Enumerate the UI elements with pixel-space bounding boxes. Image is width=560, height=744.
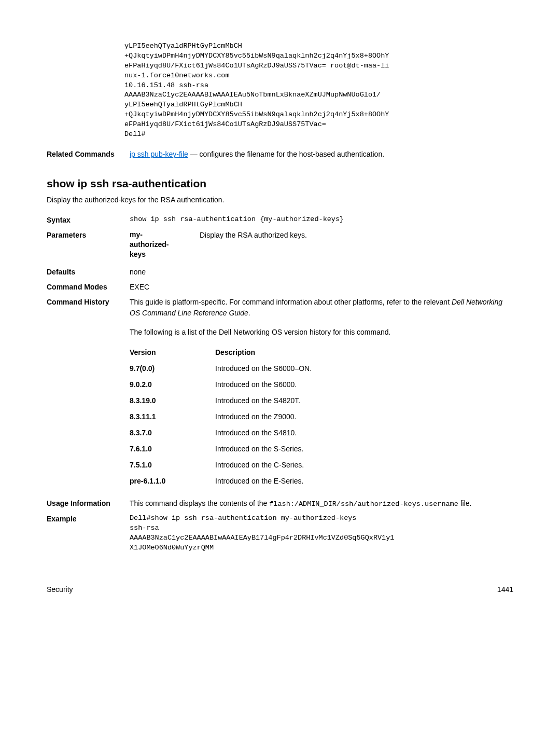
- description-cell: Introduced on the S6000–ON.: [215, 363, 513, 374]
- parameters-label: Parameters: [47, 230, 130, 241]
- table-row: 7.6.1.0 Introduced on the S-Series.: [130, 444, 513, 454]
- example-code: Dell#show ip ssh rsa-authentication my-a…: [130, 514, 513, 553]
- command-modes-label: Command Modes: [47, 282, 130, 293]
- description-cell: Introduced on the C-Series.: [215, 460, 513, 471]
- parameter-description: Display the RSA authorized keys.: [200, 230, 513, 241]
- version-cell: 9.0.2.0: [130, 379, 215, 390]
- table-row: 9.7(0.0) Introduced on the S6000–ON.: [130, 363, 513, 374]
- description-header: Description: [215, 347, 513, 358]
- related-commands-text: — configures the filename for the host-b…: [188, 150, 384, 158]
- version-header: Version: [130, 347, 215, 358]
- description-cell: Introduced on the S6000.: [215, 379, 513, 390]
- footer-page-number: 1441: [497, 584, 513, 595]
- table-row: 7.5.1.0 Introduced on the C-Series.: [130, 460, 513, 471]
- command-intro: Display the authorized-keys for the RSA …: [47, 195, 513, 205]
- description-cell: Introduced on the S4820T.: [215, 395, 513, 406]
- version-cell: 8.3.19.0: [130, 395, 215, 406]
- table-row: pre-6.1.1.0 Introduced on the E-Series.: [130, 476, 513, 487]
- syntax-code: show ip ssh rsa-authentication {my-autho…: [130, 215, 513, 225]
- defaults-label: Defaults: [47, 267, 130, 278]
- description-cell: Introduced on the S-Series.: [215, 444, 513, 454]
- table-row: 8.3.11.1 Introduced on the Z9000.: [130, 411, 513, 422]
- version-cell: 7.5.1.0: [130, 460, 215, 471]
- history-para1-b: .: [248, 309, 250, 317]
- usage-information-label: Usage Information: [47, 498, 130, 509]
- history-para2: The following is a list of the Dell Netw…: [130, 327, 513, 338]
- link-ip-ssh-pub-key-file[interactable]: ip ssh pub-key-file: [130, 150, 188, 158]
- command-history-content: This guide is platform-specific. For com…: [130, 297, 513, 492]
- syntax-label: Syntax: [47, 215, 130, 226]
- description-cell: Introduced on the E-Series.: [215, 476, 513, 487]
- table-row: 9.0.2.0 Introduced on the S6000.: [130, 379, 513, 390]
- version-cell: pre-6.1.1.0: [130, 476, 215, 487]
- related-commands-content: ip ssh pub-key-file — configures the fil…: [130, 149, 513, 160]
- usage-information-content: This command displays the contents of th…: [130, 498, 513, 509]
- description-cell: Introduced on the Z9000.: [215, 411, 513, 422]
- description-cell: Introduced on the S4810.: [215, 428, 513, 438]
- usage-text-a: This command displays the contents of th…: [130, 499, 269, 507]
- example-label: Example: [47, 514, 130, 525]
- related-commands-label: Related Commands: [47, 149, 130, 160]
- command-modes-value: EXEC: [130, 282, 513, 293]
- defaults-value: none: [130, 267, 513, 278]
- version-cell: 7.6.1.0: [130, 444, 215, 454]
- parameter-name: my- authorized- keys: [130, 230, 200, 259]
- version-cell: 8.3.7.0: [130, 428, 215, 438]
- usage-text-b: file.: [458, 499, 472, 507]
- version-cell: 9.7(0.0): [130, 363, 215, 374]
- version-cell: 8.3.11.1: [130, 411, 215, 422]
- table-row: 8.3.7.0 Introduced on the S4810.: [130, 428, 513, 438]
- example-output-continuation: yLPI5eehQTyaldRPHtGyPlcmMbCH +QJkqtyiwDP…: [124, 42, 513, 140]
- command-heading: show ip ssh rsa-authentication: [47, 175, 513, 192]
- usage-code: flash:/ADMIN_DIR/ssh/authorized-keys.use…: [269, 500, 458, 508]
- footer-section-name: Security: [47, 584, 73, 595]
- command-history-label: Command History: [47, 297, 130, 308]
- table-row: 8.3.19.0 Introduced on the S4820T.: [130, 395, 513, 406]
- history-para1-a: This guide is platform-specific. For com…: [130, 298, 452, 306]
